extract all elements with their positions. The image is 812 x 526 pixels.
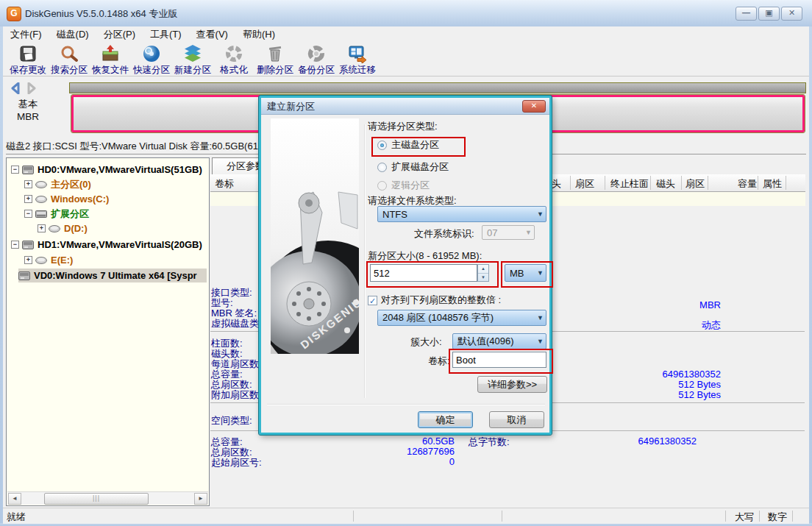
disk-icon: [22, 166, 34, 174]
collapse-toggle-icon[interactable]: −: [24, 210, 32, 218]
tree-item-extended-partition[interactable]: − 扩展分区: [24, 207, 89, 221]
create-partition-dialog: 建立新分区 ✕: [259, 96, 552, 435]
diskgenius-window: G DiskGenius V5.5.0.1488 x64 专业版 — ▣ ✕ 文…: [0, 0, 812, 526]
partition-icon: [35, 181, 47, 188]
tree-item-windows-c[interactable]: + Windows(C:): [24, 192, 109, 206]
cancel-button[interactable]: 取消: [489, 411, 544, 428]
back-arrow-icon[interactable]: [10, 82, 21, 94]
menu-view[interactable]: 查看(V): [189, 26, 235, 43]
new-partition-icon: [172, 43, 213, 64]
quick-partition-button[interactable]: 快速分区: [131, 42, 172, 77]
backup-partition-button[interactable]: 备份分区: [296, 42, 337, 77]
filesystem-select[interactable]: NTFS ▼: [377, 206, 546, 222]
expand-toggle-icon[interactable]: +: [38, 224, 46, 232]
filesystem-id-label: 文件系统标识:: [414, 227, 474, 241]
scroll-right-icon[interactable]: ►: [194, 493, 207, 505]
space-total-bytes-value: 64961380352: [623, 436, 697, 447]
radio-primary-partition[interactable]: 主磁盘分区: [377, 138, 439, 152]
quick-partition-icon: [131, 43, 172, 64]
partition-icon: [35, 196, 47, 203]
detail-params-button[interactable]: 详细参数>>: [477, 376, 547, 393]
ok-button[interactable]: 确定: [418, 411, 473, 428]
tree-item-hd1[interactable]: − HD1:VMware,VMwareVirtualS(20GB): [11, 238, 202, 252]
disk-icon: [22, 241, 34, 249]
radio-icon: [377, 163, 387, 172]
expand-toggle-icon[interactable]: +: [24, 256, 32, 264]
extra-sectors-label: 附加扇区数:: [211, 388, 262, 402]
collapse-toggle-icon[interactable]: −: [11, 166, 19, 174]
status-caps: 大写: [735, 511, 754, 524]
space-start-sector-value: 0: [381, 456, 455, 467]
column-capacity[interactable]: 容量: [738, 177, 757, 191]
spin-up-icon[interactable]: ▲: [478, 265, 488, 274]
window-title: DiskGenius V5.5.0.1488 x64 专业版: [25, 7, 177, 21]
delete-partition-icon: [254, 43, 296, 64]
volume-label-label: 卷标:: [428, 355, 450, 368]
disk-overview-bar[interactable]: [69, 82, 806, 93]
partition-icon: [49, 225, 60, 232]
menu-tools[interactable]: 工具(T): [143, 26, 189, 43]
size-spinner[interactable]: ▲▼: [477, 264, 489, 282]
tree-item-hd0[interactable]: − HD0:VMware,VMwareVirtualS(51GB): [11, 163, 202, 177]
menu-disk[interactable]: 磁盘(D): [49, 26, 96, 43]
horizontal-scrollbar[interactable]: ◄ ||| ►: [7, 491, 208, 505]
column-end-cylinder[interactable]: 终止柱面: [610, 177, 649, 191]
align-checkbox-row[interactable]: ✓ 对齐到下列扇区数的整数倍 :: [368, 294, 501, 307]
tree-item-vd0-selected[interactable]: VD0:Windows 7 Ultimate x64 [Syspr: [18, 269, 207, 282]
space-capacity-value: 60.5GB: [381, 436, 455, 447]
column-sectors[interactable]: 扇区: [575, 177, 594, 191]
align-sectors-select[interactable]: 2048 扇区 (1048576 字节) ▼: [377, 310, 546, 326]
collapse-toggle-icon[interactable]: −: [11, 241, 19, 249]
system-migration-button[interactable]: 系统迁移: [337, 42, 378, 77]
space-type-label: 空间类型:: [211, 414, 252, 427]
menu-partition[interactable]: 分区(P): [96, 26, 143, 43]
tree-item-d[interactable]: + D(D:): [38, 221, 88, 235]
dialog-separator: [364, 124, 366, 398]
total-bytes-label: 总字节数:: [469, 436, 510, 449]
save-changes-button[interactable]: 保存更改: [7, 42, 49, 77]
scroll-left-icon[interactable]: ◄: [8, 493, 21, 505]
tree-item-e[interactable]: + E(E:): [24, 253, 73, 267]
delete-partition-button[interactable]: 删除分区: [254, 42, 296, 77]
sector-size-value: 512 Bytes: [647, 379, 721, 390]
minimize-button[interactable]: —: [736, 7, 757, 21]
cluster-size-label: 簇大小:: [410, 335, 442, 349]
format-button[interactable]: 格式化: [213, 42, 254, 77]
size-unit-select[interactable]: MB ▼: [505, 264, 546, 282]
close-button[interactable]: ✕: [781, 7, 802, 21]
chevron-down-icon: ▼: [523, 229, 534, 236]
search-partition-button[interactable]: 搜索分区: [49, 42, 90, 77]
partition-size-input[interactable]: [370, 264, 477, 282]
dialog-close-icon[interactable]: ✕: [522, 100, 546, 113]
cluster-size-select[interactable]: 默认值(4096) ▼: [452, 333, 546, 349]
column-heads-2[interactable]: 磁头: [656, 177, 675, 191]
forward-arrow-icon[interactable]: [26, 82, 37, 94]
partition-table-type-label: MBR: [7, 111, 49, 122]
menu-help[interactable]: 帮助(H): [235, 26, 282, 43]
space-total-sectors-value: 126877696: [381, 446, 455, 457]
title-bar: G DiskGenius V5.5.0.1488 x64 专业版 — ▣ ✕: [0, 0, 812, 27]
radio-extended-partition[interactable]: 扩展磁盘分区: [377, 160, 449, 174]
recover-files-button[interactable]: 恢复文件: [90, 42, 131, 77]
chevron-down-icon: ▼: [535, 269, 546, 277]
start-sector-label: 起始扇区号:: [211, 456, 262, 469]
column-sectors-2[interactable]: 扇区: [685, 177, 705, 191]
partition-style-label: 基本: [7, 98, 49, 111]
column-volume-label[interactable]: 卷标: [215, 177, 234, 191]
expand-toggle-icon[interactable]: +: [24, 195, 32, 203]
chevron-down-icon: ▼: [535, 210, 546, 218]
expand-toggle-icon[interactable]: +: [24, 180, 32, 188]
volume-label-input[interactable]: [452, 352, 546, 368]
column-attributes[interactable]: 属性: [763, 177, 782, 191]
new-partition-button[interactable]: 新建分区: [172, 42, 213, 77]
scroll-thumb[interactable]: |||: [44, 493, 149, 505]
save-changes-icon: [7, 43, 49, 64]
menu-file[interactable]: 文件(F): [3, 26, 49, 43]
restore-button[interactable]: ▣: [758, 7, 780, 21]
checkbox-checked-icon[interactable]: ✓: [368, 296, 377, 305]
spin-down-icon[interactable]: ▼: [478, 274, 488, 282]
tree-item-primary-partition[interactable]: + 主分区(0): [24, 177, 91, 191]
app-logo-icon: G: [7, 7, 21, 21]
toolbar: 保存更改 搜索分区 恢复文件 快速分区 新建分区: [3, 42, 809, 77]
radio-logical-partition: 逻辑分区: [377, 179, 430, 192]
